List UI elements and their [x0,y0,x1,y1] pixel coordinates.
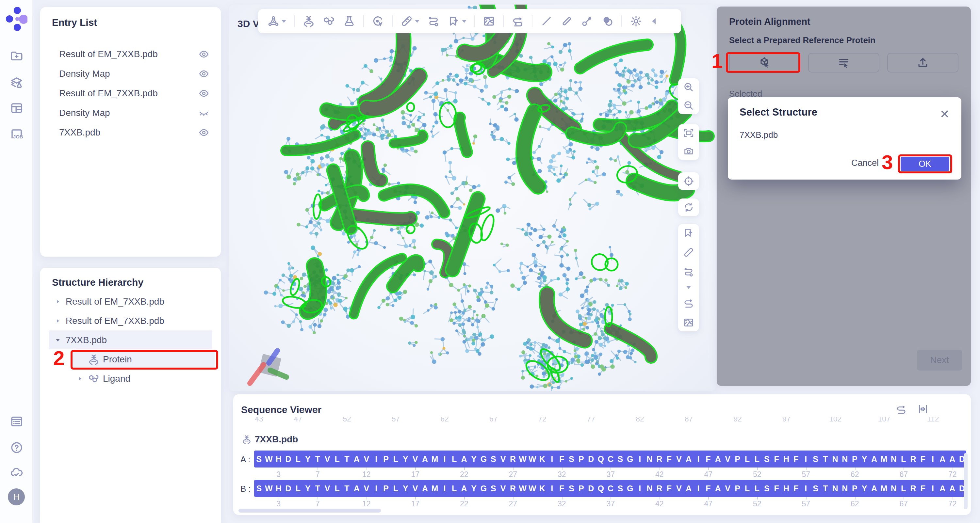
collapse-toolbar-button[interactable] [652,18,655,24]
caret-right-icon[interactable] [77,376,83,382]
entry-list-item[interactable]: Result of EM_7XXB.pdb [40,84,221,103]
hierarchy-label: Ligand [103,374,130,384]
sequence-viewer-panel: Sequence Viewer 434752576267727782879297… [233,395,971,515]
entry-list: Result of EM_7XXB.pdbDensity MapResult o… [40,44,221,142]
fit-screen-button[interactable] [683,127,694,138]
convert-swap-button[interactable] [896,404,907,415]
eye-icon[interactable] [199,49,209,59]
close-icon[interactable]: ✕ [940,108,950,120]
experiments-button[interactable] [9,74,24,89]
select-tool-button[interactable] [372,15,384,27]
residue-numbers: 3712172227323742475257626772 [254,468,966,479]
tree-caret[interactable] [77,376,88,382]
representation-button[interactable] [267,15,286,27]
jobs-button[interactable]: JOB [9,127,24,142]
caret-right-icon[interactable] [54,298,61,305]
path-trajectory-icon [427,15,440,27]
ok-button[interactable]: OK [900,157,949,171]
chevron-down-icon[interactable] [686,286,691,289]
workspace-button[interactable] [9,101,24,116]
cancel-button[interactable]: Cancel [851,158,879,168]
axis-gizmo[interactable] [243,347,296,389]
hierarchy-label: Result of EM_7XXB.pdb [66,296,164,307]
convert-button[interactable] [512,15,524,27]
line-representation-icon [540,15,553,27]
caret-right-icon[interactable] [54,318,61,324]
log-panel-icon [10,415,24,428]
repr-spheres-button[interactable] [601,15,614,27]
viewer-3d[interactable]: 3D Viewer [229,5,716,391]
measure-ruler-button[interactable] [683,247,694,258]
eye-off-icon[interactable] [199,108,209,118]
eye-icon[interactable] [199,68,209,79]
helix-icon [88,353,100,365]
sequence-ruler: 434752576267727782879297102107112 [253,417,949,425]
tree-caret[interactable] [54,337,66,344]
folder-plus-icon [10,49,24,63]
hierarchy-item-7xxb-pdb[interactable]: 7XXB.pdb [40,330,221,350]
ligand-icon [88,373,100,385]
screenshot-camera-button[interactable] [683,146,694,157]
repr-line-button[interactable] [540,15,553,27]
scene-image-button[interactable] [683,317,694,328]
scene-button[interactable] [483,15,495,27]
protein-structure-render[interactable] [229,5,716,391]
zoom-out-button[interactable] [683,100,694,111]
entry-list-item[interactable]: 7XXB.pdb [40,123,221,142]
repr-stick-button[interactable] [560,15,573,27]
bookmark-add-button[interactable] [447,15,466,27]
help-button[interactable] [9,440,24,455]
hierarchy-item-result-of-em-7xxb-pdb[interactable]: Result of EM_7XXB.pdb [40,292,221,311]
job-panel-icon: JOB [10,127,24,141]
measure-tool-button[interactable] [401,15,420,27]
entry-label: Density Map [59,68,199,79]
chemistry-tool-button[interactable] [343,15,355,27]
horizontal-scrollbar[interactable] [239,509,381,513]
y-axis [270,370,286,377]
path-tool-button[interactable] [427,15,440,27]
hexagons-icon [323,15,335,27]
center-target-button[interactable] [683,176,694,187]
modal-overlay [717,6,971,386]
vertical-scrollbar[interactable] [964,453,967,509]
hierarchy-item-ligand[interactable]: Ligand [40,369,221,388]
protein-tool-button[interactable] [302,15,315,27]
user-avatar[interactable]: H [8,488,25,506]
sequence-track[interactable]: SWHDLYTVLTAVIPLYVAMILAYGSVRWWKIFSPDQCSGI… [254,450,966,468]
logs-button[interactable] [9,414,24,429]
hierarchy-item-result-of-em-7xxb-pdb[interactable]: Result of EM_7XXB.pdb [40,311,221,330]
zoom-controls [678,78,699,114]
reset-orientation-button[interactable] [683,202,694,213]
repr-ball-stick-button[interactable] [581,15,593,27]
caret-down-icon[interactable] [54,337,61,344]
hierarchy-item-protein[interactable]: Protein [40,350,221,369]
hierarchy-label: Result of EM_7XXB.pdb [66,316,164,326]
ligand-tool-button[interactable] [323,15,335,27]
entry-list-item[interactable]: Density Map [40,64,221,84]
bookmark-add-button[interactable] [683,227,694,238]
add-project-button[interactable] [9,48,24,63]
sequence-track[interactable]: SWHDLYTVLTAVIPLYVAMILAYGSVRWWKIFSPDQCSGI… [254,480,966,497]
dialog-structure-name[interactable]: 7XXB.pdb [740,130,778,140]
entry-list-item[interactable]: Result of EM_7XXB.pdb [40,44,221,64]
tree-caret[interactable] [54,318,66,324]
eye-icon[interactable] [199,88,209,98]
wrap-sequence-button[interactable] [917,404,928,415]
tree-caret[interactable] [54,298,66,305]
sequence-entry-name: 7XXB.pdb [255,434,298,445]
path-trajectory-button[interactable] [683,266,694,277]
convert-swap-button[interactable] [683,297,694,309]
viewer-settings-button[interactable] [630,15,642,27]
scene-image-icon [483,15,495,27]
center-control [678,173,699,190]
cloud-sync-button[interactable] [9,465,24,480]
swap-arrows-icon [512,15,524,27]
chevron-down-icon [415,20,420,23]
circle-select-cursor-icon [372,15,384,27]
hierarchy-label: Protein [103,354,132,365]
zoom-in-button[interactable] [683,82,694,93]
ball-and-stick-icon [581,15,593,27]
eye-icon[interactable] [199,127,209,138]
entry-list-item[interactable]: Density Map [40,103,221,123]
sequence-entry[interactable]: 7XXB.pdb [242,434,298,445]
